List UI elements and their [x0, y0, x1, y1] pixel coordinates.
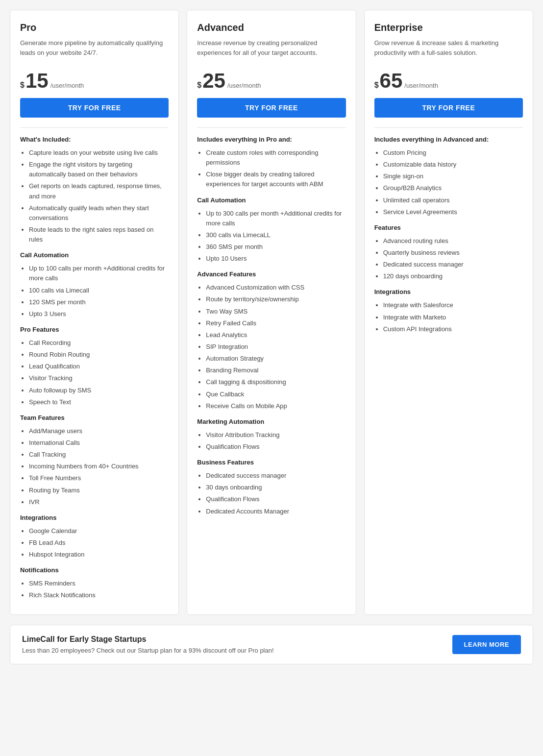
plan-name-enterprise: Enterprise	[374, 22, 523, 33]
feature-item-enterprise-0-3: Group/B2B Analytics	[383, 183, 523, 193]
feature-item-advanced-4-2: Qualification Flows	[206, 494, 346, 504]
feature-item-pro-2-0: Call Recording	[29, 338, 169, 348]
divider-pro	[20, 127, 169, 128]
feature-item-pro-1-0: Up to 100 calls per month +Additional cr…	[29, 264, 169, 283]
price-row-advanced: $ 25 /user/month	[197, 71, 346, 91]
section-title-enterprise-2: Integrations	[374, 288, 523, 295]
feature-item-advanced-3-0: Visitor Attribution Tracking	[206, 430, 346, 440]
feature-item-advanced-3-1: Qualification Flows	[206, 442, 346, 452]
price-amount-enterprise: 65	[380, 71, 403, 91]
feature-item-enterprise-1-3: 120 days onboarding	[383, 271, 523, 281]
feature-item-advanced-1-3: Upto 10 Users	[206, 254, 346, 264]
section-title-advanced-3: Marketing Automation	[197, 418, 346, 425]
feature-list-enterprise-2: Integrate with SalesforceIntegrate with …	[374, 300, 523, 334]
price-amount-pro: 15	[25, 71, 49, 91]
feature-item-advanced-0-1: Close bigger deals by creating tailored …	[206, 170, 346, 189]
feature-item-advanced-4-3: Dedicated Accounts Manager	[206, 507, 346, 516]
feature-item-advanced-2-2: Two Way SMS	[206, 307, 346, 317]
try-button-advanced[interactable]: TRY FOR FREE	[197, 98, 346, 118]
price-dollar-enterprise: $	[374, 81, 379, 90]
startup-desc: Less than 20 employees? Check out our St…	[22, 647, 441, 654]
feature-item-pro-2-4: Auto followup by SMS	[29, 386, 169, 395]
feature-item-pro-3-4: Toll Free Numbers	[29, 473, 169, 483]
plan-desc-advanced: Increase revenue by creating personalize…	[197, 38, 346, 63]
feature-item-pro-4-1: FB Lead Ads	[29, 538, 169, 548]
price-row-enterprise: $ 65 /user/month	[374, 71, 523, 91]
feature-item-advanced-2-9: Que Callback	[206, 390, 346, 399]
feature-item-advanced-2-5: SIP Integration	[206, 342, 346, 352]
startup-text-block: LimeCall for Early Stage Startups Less t…	[22, 635, 441, 654]
feature-item-advanced-2-7: Branding Removal	[206, 366, 346, 375]
plan-card-pro: Pro Generate more pipeline by automatica…	[10, 10, 179, 615]
try-button-enterprise[interactable]: TRY FOR FREE	[374, 98, 523, 118]
feature-list-pro-5: SMS RemindersRich Slack Notifications	[20, 579, 169, 600]
feature-item-enterprise-0-4: Unlimited call operators	[383, 195, 523, 205]
feature-item-pro-3-2: Call Tracking	[29, 450, 169, 460]
feature-item-advanced-1-1: 300 calls via LimecaLL	[206, 230, 346, 240]
feature-item-pro-0-0: Capture leads on your website using live…	[29, 148, 169, 158]
feature-list-pro-3: Add/Manage usersInternational CallsCall …	[20, 426, 169, 507]
feature-list-pro-2: Call RecordingRound Robin RoutingLead Qu…	[20, 338, 169, 407]
feature-item-enterprise-1-1: Quarterly business reviews	[383, 248, 523, 258]
pricing-grid: Pro Generate more pipeline by automatica…	[10, 10, 533, 615]
plan-name-pro: Pro	[20, 22, 169, 33]
section-title-enterprise-1: Features	[374, 224, 523, 231]
feature-item-enterprise-0-0: Custom Pricing	[383, 148, 523, 158]
feature-item-pro-3-0: Add/Manage users	[29, 426, 169, 436]
feature-item-pro-2-2: Lead Qualification	[29, 362, 169, 371]
section-title-pro-2: Pro Features	[20, 326, 169, 333]
feature-item-advanced-1-0: Up to 300 calls per month +Additional cr…	[206, 209, 346, 228]
feature-item-enterprise-0-2: Single sign-on	[383, 171, 523, 181]
startup-title: LimeCall for Early Stage Startups	[22, 635, 441, 644]
feature-list-advanced-3: Visitor Attribution TrackingQualificatio…	[197, 430, 346, 452]
included-label-advanced: Includes everything in Pro and:	[197, 136, 346, 143]
feature-item-pro-0-4: Route leads to the right sales reps base…	[29, 225, 169, 244]
price-row-pro: $ 15 /user/month	[20, 71, 169, 91]
feature-item-pro-0-3: Automatically qualify leads when they st…	[29, 203, 169, 223]
included-label-pro: What's Included:	[20, 136, 169, 143]
section-title-pro-1: Call Automation	[20, 251, 169, 259]
try-button-pro[interactable]: TRY FOR FREE	[20, 98, 169, 118]
feature-item-pro-3-1: International Calls	[29, 438, 169, 448]
learn-more-button[interactable]: LEARN MORE	[452, 635, 521, 654]
price-period-enterprise: /user/month	[404, 82, 438, 89]
plan-name-advanced: Advanced	[197, 22, 346, 33]
feature-list-pro-1: Up to 100 calls per month +Additional cr…	[20, 264, 169, 319]
startup-banner: LimeCall for Early Stage Startups Less t…	[10, 625, 533, 664]
feature-item-pro-2-1: Round Robin Routing	[29, 350, 169, 360]
plan-desc-pro: Generate more pipeline by automatically …	[20, 38, 169, 63]
feature-item-enterprise-0-5: Service Level Agreements	[383, 207, 523, 217]
feature-item-pro-5-0: SMS Reminders	[29, 579, 169, 588]
feature-item-enterprise-0-1: Customizable data history	[383, 160, 523, 170]
feature-item-pro-4-2: Hubspot Integration	[29, 550, 169, 560]
feature-item-pro-2-3: Visitor Tracking	[29, 373, 169, 383]
price-period-advanced: /user/month	[227, 82, 261, 89]
price-dollar-pro: $	[20, 81, 25, 90]
feature-item-advanced-2-8: Call tagging & dispositioning	[206, 377, 346, 387]
included-label-enterprise: Includes everything in Advanced and:	[374, 136, 523, 143]
feature-item-enterprise-2-0: Integrate with Salesforce	[383, 300, 523, 310]
feature-item-advanced-2-0: Advanced Customization with CSS	[206, 283, 346, 293]
feature-item-enterprise-2-2: Custom API Integrations	[383, 324, 523, 334]
plan-card-enterprise: Enterprise Grow revenue & increase sales…	[364, 10, 533, 615]
section-title-advanced-4: Business Features	[197, 459, 346, 466]
feature-item-advanced-2-3: Retry Failed Calls	[206, 318, 346, 328]
section-title-advanced-2: Advanced Features	[197, 270, 346, 278]
feature-list-enterprise-1: Advanced routing rulesQuarterly business…	[374, 236, 523, 282]
feature-list-enterprise-0: Custom PricingCustomizable data historyS…	[374, 148, 523, 217]
feature-item-enterprise-1-2: Dedicated success manager	[383, 260, 523, 269]
section-title-pro-4: Integrations	[20, 514, 169, 521]
feature-item-pro-0-2: Get reports on leads captured, response …	[29, 181, 169, 201]
feature-item-advanced-0-0: Create custom roles with corresponding p…	[206, 148, 346, 168]
feature-item-pro-2-5: Speech to Text	[29, 397, 169, 407]
feature-item-advanced-2-1: Route by territory/size/ownership	[206, 294, 346, 304]
feature-item-pro-3-3: Incoming Numbers from 40+ Countries	[29, 462, 169, 471]
feature-list-advanced-2: Advanced Customization with CSSRoute by …	[197, 283, 346, 411]
divider-advanced	[197, 127, 346, 128]
feature-item-pro-1-3: Upto 3 Users	[29, 309, 169, 319]
feature-item-pro-4-0: Google Calendar	[29, 526, 169, 536]
feature-item-advanced-4-0: Dedicated success manager	[206, 471, 346, 481]
feature-list-advanced-0: Create custom roles with corresponding p…	[197, 148, 346, 190]
feature-item-enterprise-2-1: Integrate with Marketo	[383, 313, 523, 322]
feature-item-advanced-2-4: Lead Analytics	[206, 330, 346, 340]
